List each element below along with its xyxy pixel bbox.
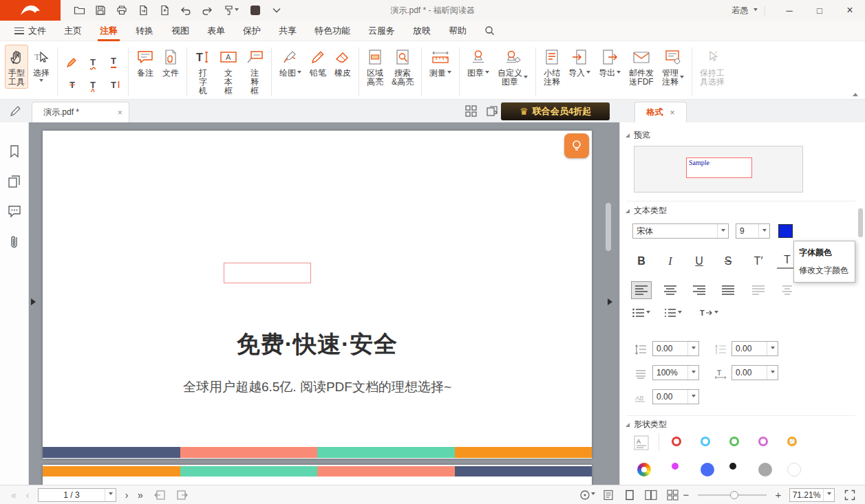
previous-page-button[interactable]: ‹ xyxy=(21,490,34,501)
strikethrough-button[interactable]: S xyxy=(718,252,738,270)
measure-tool[interactable]: 测量 xyxy=(426,45,455,80)
zoom-in-button[interactable]: + xyxy=(773,489,784,501)
char-spacing-select[interactable]: 0.00 xyxy=(731,365,778,380)
paragraph-spacing-select[interactable]: 0.00 xyxy=(731,341,778,356)
menu-help[interactable]: 帮助 xyxy=(440,21,476,41)
align-left-button[interactable] xyxy=(631,281,652,299)
bullet-list-button[interactable] xyxy=(632,308,650,318)
format-panel-tab[interactable]: 格式 × xyxy=(634,102,687,122)
single-page-view-icon[interactable] xyxy=(621,488,638,502)
document-scrollbar-thumb[interactable] xyxy=(606,203,611,251)
font-color-swatch[interactable] xyxy=(778,224,793,238)
user-name[interactable]: 若愚 xyxy=(732,5,749,17)
redo-icon[interactable] xyxy=(200,3,215,18)
menu-present[interactable]: 放映 xyxy=(404,21,440,41)
custom-stamp-caret[interactable] xyxy=(524,76,528,80)
pages-icon[interactable] xyxy=(8,175,21,188)
shape-color-blue[interactable] xyxy=(701,463,714,476)
document-tab[interactable]: 演示.pdf * × xyxy=(32,102,129,122)
panel-expander-arrow[interactable] xyxy=(608,298,616,305)
baseline-offset-select[interactable]: 0.00 xyxy=(652,389,699,404)
highlight-color-icon[interactable] xyxy=(248,3,263,18)
shape-color-gray[interactable] xyxy=(758,463,772,476)
paragraph-spacing-caret[interactable] xyxy=(767,342,778,355)
format-tab-close-icon[interactable]: × xyxy=(670,108,674,118)
membership-banner[interactable]: ♛ 联合会员4折起 xyxy=(501,102,610,120)
align-right-button[interactable] xyxy=(689,281,709,299)
align-center-button[interactable] xyxy=(660,281,681,299)
fullscreen-icon[interactable] xyxy=(842,488,858,502)
drawing-tool[interactable]: 绘图 xyxy=(276,45,305,80)
menu-form[interactable]: 表单 xyxy=(198,21,234,41)
import-comments-tool[interactable]: 导入 xyxy=(565,45,594,80)
shape-color-black[interactable] xyxy=(729,463,736,470)
foxit-logo[interactable] xyxy=(0,0,61,21)
last-page-button[interactable]: » xyxy=(134,490,147,501)
search-highlight-tool[interactable]: 搜索 &高亮 xyxy=(388,45,417,89)
export-caret[interactable] xyxy=(617,71,621,76)
undo-icon[interactable] xyxy=(178,3,193,18)
eraser-tool[interactable]: 橡皮 xyxy=(331,45,354,80)
zoom-slider[interactable] xyxy=(698,494,767,496)
custom-stamp-tool[interactable]: 自定义 图章 xyxy=(494,45,531,89)
horizontal-scale-caret[interactable] xyxy=(687,366,698,380)
area-highlight-tool[interactable]: 区域 高亮 xyxy=(363,45,387,89)
menu-file[interactable]: 文件 xyxy=(6,21,55,41)
shape-type-section-header[interactable]: 形状类型 xyxy=(626,419,667,430)
menu-protect[interactable]: 保护 xyxy=(234,21,270,41)
grid-view-icon[interactable] xyxy=(664,488,681,502)
document-tab-close-icon[interactable]: × xyxy=(117,107,122,118)
select-tool-caret[interactable] xyxy=(39,79,43,84)
save-icon[interactable] xyxy=(93,3,108,18)
new-doc-icon[interactable] xyxy=(157,3,172,18)
close-button[interactable]: × xyxy=(835,0,865,21)
horizontal-scale-select[interactable]: 100% xyxy=(652,365,699,380)
drawing-caret[interactable] xyxy=(297,71,301,76)
stamp-tool[interactable]: 图章 xyxy=(464,45,493,80)
underline-tool[interactable]: T xyxy=(105,52,122,72)
shape-color-white[interactable] xyxy=(787,463,801,476)
format-brush-caret[interactable] xyxy=(235,8,239,13)
replace-text-tool[interactable]: T xyxy=(105,74,122,95)
thumbnail-grid-icon[interactable] xyxy=(465,105,477,117)
menu-convert[interactable]: 转换 xyxy=(127,21,162,41)
menu-search[interactable] xyxy=(476,21,504,41)
shape-color-orange-transparent[interactable] xyxy=(787,437,797,446)
text-highlight-tool[interactable] xyxy=(63,52,81,72)
manage-comments-caret[interactable] xyxy=(680,76,684,80)
open-folder-icon[interactable] xyxy=(72,3,87,18)
next-view-icon[interactable] xyxy=(173,488,190,502)
tab-switch-icon[interactable] xyxy=(486,105,498,117)
view-rotate-icon[interactable] xyxy=(579,488,595,502)
font-size-caret[interactable] xyxy=(758,224,769,238)
maximize-button[interactable]: □ xyxy=(804,0,835,21)
comments-icon[interactable] xyxy=(8,205,21,218)
underline-button[interactable]: U xyxy=(689,252,709,270)
export-doc-icon[interactable] xyxy=(136,3,151,18)
select-tool[interactable]: T 选择 xyxy=(30,45,53,86)
export-comments-tool[interactable]: 导出 xyxy=(595,45,624,80)
stamp-caret[interactable] xyxy=(485,71,489,76)
textbox-tool[interactable]: A 文 本 框 xyxy=(216,45,241,98)
font-size-select[interactable]: 9 xyxy=(736,223,770,239)
italic-button[interactable]: I xyxy=(660,252,681,270)
distribute-text-button[interactable] xyxy=(748,281,769,299)
line-spacing-caret[interactable] xyxy=(687,342,698,355)
first-page-button[interactable]: « xyxy=(7,490,21,501)
print-icon[interactable] xyxy=(114,3,129,18)
page-number-caret[interactable] xyxy=(105,489,116,501)
manage-comments-tool[interactable]: 管理 注释 xyxy=(659,45,687,89)
menu-view[interactable]: 视图 xyxy=(162,21,198,41)
zoom-level-select[interactable]: 71.21% xyxy=(789,488,835,502)
pdf-page-1[interactable]: 免费·快速·安全 全球用户超越6.5亿. 阅读PDF文档的理想选择~ xyxy=(43,131,592,459)
numbered-list-button[interactable] xyxy=(664,308,682,318)
format-brush-icon[interactable] xyxy=(221,3,242,18)
measure-caret[interactable] xyxy=(447,71,451,76)
menu-cloud[interactable]: 云服务 xyxy=(359,21,404,41)
strikeout-tool[interactable]: T xyxy=(63,74,81,95)
attachments-icon[interactable] xyxy=(9,234,20,250)
zoom-out-button[interactable]: − xyxy=(681,489,692,501)
page-number-select[interactable]: 1 / 3 xyxy=(38,488,116,502)
bold-button[interactable]: B xyxy=(631,252,652,270)
vertical-align-button[interactable] xyxy=(777,281,798,299)
